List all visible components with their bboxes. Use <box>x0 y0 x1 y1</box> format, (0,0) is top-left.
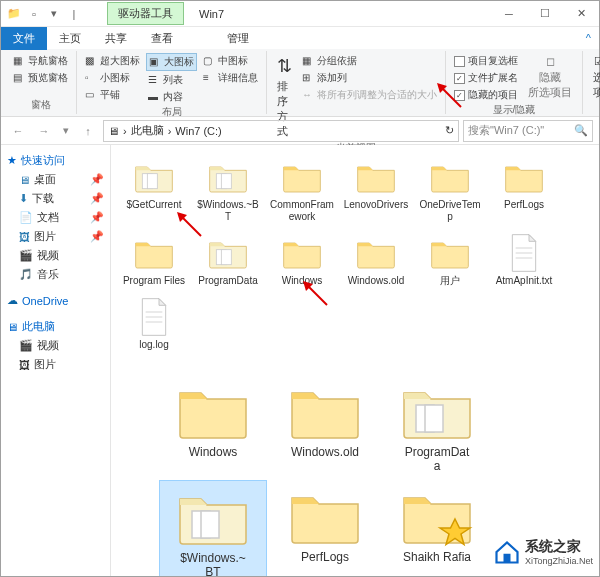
group-label: 布局 <box>83 105 260 119</box>
history-dropdown-icon[interactable]: ▾ <box>59 120 73 142</box>
hide-selected-button[interactable]: ◻隐藏 所选项目 <box>524 53 576 103</box>
file-name: OneDriveTemp <box>417 199 483 223</box>
groupby-button[interactable]: ▦分组依据 <box>300 53 439 69</box>
options-button[interactable]: ☑选项 <box>589 53 600 102</box>
navpane-icon: ▦ <box>13 55 25 67</box>
pc-icon: 🖥 <box>7 321 18 333</box>
tab-share[interactable]: 共享 <box>93 27 139 50</box>
watermark-url: XiTongZhiJia.Net <box>525 556 593 566</box>
forward-button[interactable]: → <box>33 120 55 142</box>
breadcrumb-segment-pc[interactable]: 此电脑 <box>131 123 164 138</box>
sidebar-item-onedrive[interactable]: ☁OneDrive <box>5 292 106 309</box>
sidebar-item-music[interactable]: 🎵音乐 <box>5 265 106 284</box>
hidden-items-toggle[interactable]: ✓隐藏的项目 <box>452 87 520 103</box>
content-button[interactable]: ▬内容 <box>146 89 197 105</box>
ribbon-collapse-icon[interactable]: ^ <box>578 28 599 48</box>
file-name: Shaikh Rafia <box>403 550 471 564</box>
file-item[interactable]: $Windows.~BT <box>159 480 267 576</box>
sidebar-item-thispc[interactable]: 🖥此电脑 <box>5 317 106 336</box>
refresh-icon[interactable]: ↻ <box>445 124 454 137</box>
chevron-right-icon[interactable]: › <box>168 125 172 137</box>
file-item[interactable]: AtmApInit.txt <box>489 229 559 291</box>
explorer-window: 📁 ▫ ▾ | 驱动器工具 Win7 ─ ☐ ✕ 文件 主页 共享 查看 管理 … <box>0 0 600 577</box>
file-item[interactable]: Program Files <box>119 229 189 291</box>
tiles-button[interactable]: ▭平铺 <box>83 87 142 103</box>
file-item[interactable]: Shaikh Rafia <box>383 480 491 576</box>
sidebar-item-videos2[interactable]: 🎬视频 <box>5 336 106 355</box>
addcolumns-button[interactable]: ⊞添加列 <box>300 70 439 86</box>
file-item[interactable]: PerfLogs <box>271 480 379 576</box>
list-button[interactable]: ☰列表 <box>146 72 197 88</box>
contextual-tab-drive-tools[interactable]: 驱动器工具 <box>107 2 184 25</box>
file-name: CommonFramework <box>269 199 335 223</box>
tab-home[interactable]: 主页 <box>47 27 93 50</box>
svg-rect-3 <box>221 174 231 189</box>
nav-pane-button[interactable]: ▦导航窗格 <box>11 53 70 69</box>
ribbon-body: ▦导航窗格 ▤预览窗格 窗格 ▩超大图标 ▫小图标 ▭平铺 ▣大图标 ☰列表 ▬… <box>1 49 599 117</box>
watermark: 系统之家 XiTongZhiJia.Net <box>493 538 593 566</box>
file-item[interactable]: Windows <box>159 375 267 478</box>
large-icons-button[interactable]: ▣大图标 <box>146 53 197 71</box>
breadcrumb[interactable]: 🖥 › 此电脑 › Win7 (C:) ↻ <box>103 120 459 142</box>
breadcrumb-segment-drive[interactable]: Win7 (C:) <box>175 125 221 137</box>
videos-icon: 🎬 <box>19 339 33 352</box>
group-label: 显示/隐藏 <box>452 103 576 117</box>
file-item[interactable]: log.log <box>119 293 189 355</box>
file-item[interactable]: ProgramData <box>193 229 263 291</box>
tab-view[interactable]: 查看 <box>139 27 185 50</box>
props-icon[interactable]: ▫ <box>27 7 41 21</box>
sidebar-item-pictures2[interactable]: 🖼图片 <box>5 355 106 374</box>
qat-dropdown-icon[interactable]: ▾ <box>47 7 61 21</box>
title-location: Win7 <box>188 4 235 24</box>
navigation-pane: ★快速访问 🖥桌面📌 ⬇下载📌 📄文档📌 🖼图片📌 🎬视频 🎵音乐 ☁OneDr… <box>1 145 111 576</box>
pin-icon: 📌 <box>90 230 104 243</box>
tab-manage[interactable]: 管理 <box>215 27 261 50</box>
ribbon-group-panes: ▦导航窗格 ▤预览窗格 窗格 <box>5 51 77 114</box>
file-name: PerfLogs <box>504 199 544 211</box>
sidebar-item-downloads[interactable]: ⬇下载📌 <box>5 189 106 208</box>
maximize-button[interactable]: ☐ <box>527 3 563 25</box>
file-item[interactable]: Windows.old <box>341 229 411 291</box>
autofit-button[interactable]: ↔将所有列调整为合适的大小 <box>300 87 439 103</box>
file-item[interactable]: PerfLogs <box>489 153 559 227</box>
sidebar-item-quickaccess[interactable]: ★快速访问 <box>5 151 106 170</box>
sidebar-item-videos[interactable]: 🎬视频 <box>5 246 106 265</box>
file-item[interactable]: $Windows.~BT <box>193 153 263 227</box>
qat: 📁 ▫ ▾ | <box>1 7 87 21</box>
address-bar-row: ← → ▾ ↑ 🖥 › 此电脑 › Win7 (C:) ↻ 搜索"Win7 (C… <box>1 117 599 145</box>
file-item[interactable]: ProgramData <box>383 375 491 478</box>
file-item[interactable]: Windows.old <box>271 375 379 478</box>
chevron-right-icon[interactable]: › <box>123 125 127 137</box>
up-button[interactable]: ↑ <box>77 120 99 142</box>
medium-icons-button[interactable]: ▢中图标 <box>201 53 260 69</box>
file-name: ProgramData <box>402 445 472 474</box>
file-name: Program Files <box>123 275 185 287</box>
tab-file[interactable]: 文件 <box>1 27 47 50</box>
file-item[interactable]: LenovoDrivers <box>341 153 411 227</box>
file-item[interactable]: Windows <box>267 229 337 291</box>
svg-rect-23 <box>503 554 510 563</box>
back-button[interactable]: ← <box>7 120 29 142</box>
sidebar-item-desktop[interactable]: 🖥桌面📌 <box>5 170 106 189</box>
downloads-icon: ⬇ <box>19 192 28 205</box>
small-icons-button[interactable]: ▫小图标 <box>83 70 142 86</box>
extralarge-icons-button[interactable]: ▩超大图标 <box>83 53 142 69</box>
file-item[interactable]: $GetCurrent <box>119 153 189 227</box>
details-button[interactable]: ≡详细信息 <box>201 70 260 86</box>
preview-pane-button[interactable]: ▤预览窗格 <box>11 70 70 86</box>
close-button[interactable]: ✕ <box>563 3 599 25</box>
file-view[interactable]: $GetCurrent$Windows.~BTCommonFrameworkLe… <box>111 145 599 576</box>
file-item[interactable]: OneDriveTemp <box>415 153 485 227</box>
file-extensions-toggle[interactable]: ✓文件扩展名 <box>452 70 520 86</box>
sidebar-item-documents[interactable]: 📄文档📌 <box>5 208 106 227</box>
file-name: Windows.old <box>291 445 359 459</box>
minimize-button[interactable]: ─ <box>491 3 527 25</box>
ribbon-tabs: 文件 主页 共享 查看 管理 ^ <box>1 27 599 49</box>
item-checkboxes-toggle[interactable]: 项目复选框 <box>452 53 520 69</box>
file-item[interactable]: 用户 <box>415 229 485 291</box>
search-input[interactable]: 搜索"Win7 (C:)" 🔍 <box>463 120 593 142</box>
separator-icon: | <box>67 7 81 21</box>
sidebar-item-pictures[interactable]: 🖼图片📌 <box>5 227 106 246</box>
file-item[interactable]: CommonFramework <box>267 153 337 227</box>
content-area: ★快速访问 🖥桌面📌 ⬇下载📌 📄文档📌 🖼图片📌 🎬视频 🎵音乐 ☁OneDr… <box>1 145 599 576</box>
